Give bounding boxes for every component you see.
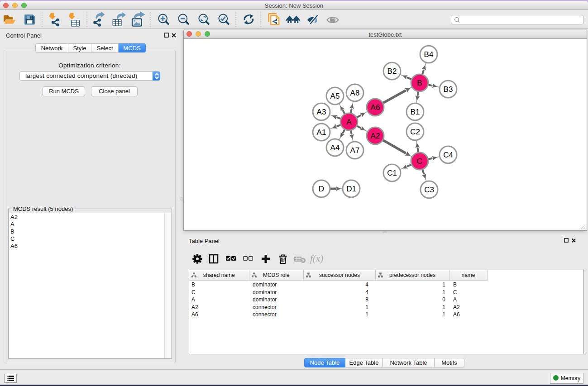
svg-text:C1: C1: [387, 169, 397, 177]
svg-text:B3: B3: [444, 85, 453, 94]
svg-text:B4: B4: [424, 50, 434, 59]
svg-text:A6: A6: [371, 103, 380, 112]
svg-text:C2: C2: [410, 128, 420, 136]
svg-text:A3: A3: [317, 108, 326, 116]
svg-text:C3: C3: [424, 186, 434, 194]
svg-text:f(x): f(x): [310, 253, 323, 264]
svg-text:A: A: [346, 118, 352, 126]
svg-text:A8: A8: [350, 89, 360, 97]
svg-text:B: B: [417, 79, 422, 87]
svg-text:B1: B1: [411, 108, 420, 116]
svg-text:A5: A5: [330, 92, 340, 100]
svg-text:D: D: [319, 185, 324, 193]
svg-text:C4: C4: [443, 151, 453, 159]
svg-text:C: C: [417, 157, 422, 166]
svg-text:A2: A2: [371, 132, 380, 140]
svg-text:A4: A4: [330, 143, 340, 152]
svg-text:A7: A7: [350, 146, 360, 155]
svg-text:B2: B2: [387, 67, 397, 76]
svg-text:A1: A1: [317, 128, 326, 137]
svg-text:D1: D1: [346, 185, 356, 193]
